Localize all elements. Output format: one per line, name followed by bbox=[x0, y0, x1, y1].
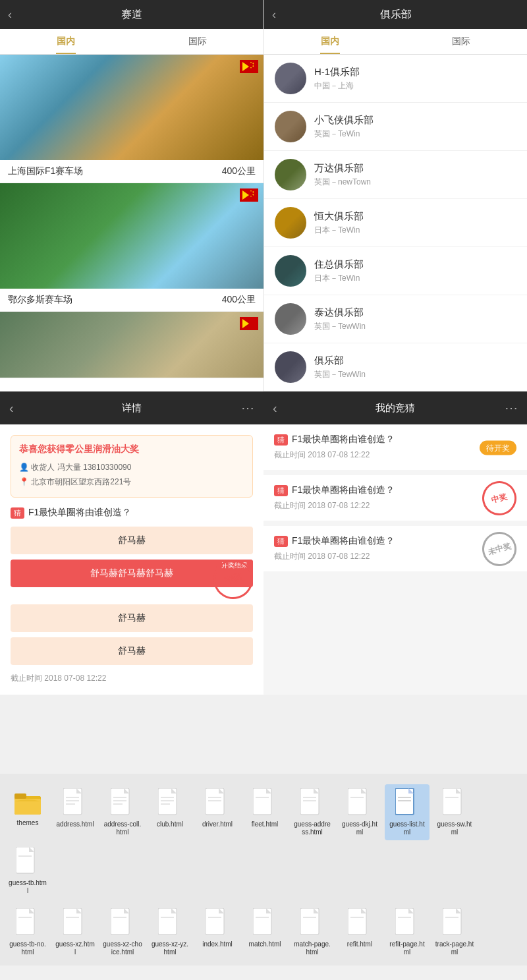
file-label-match-page: match-page.html bbox=[292, 940, 332, 956]
guess-back-button[interactable]: ‹ bbox=[273, 401, 277, 416]
guess-item-2[interactable]: 猜 F1最快单圈将由谁创造？ 截止时间 2018 07-08 12:22 未中奖 bbox=[264, 526, 527, 571]
detail-back-button[interactable]: ‹ bbox=[9, 401, 14, 416]
file-label-guess-tb: guess-tb.html bbox=[8, 879, 47, 895]
doc-icon-guess-dkj bbox=[348, 788, 372, 819]
club-location-0: 中国－上海 bbox=[314, 80, 360, 92]
track-image-3 bbox=[0, 312, 264, 378]
file-guess-address[interactable]: guess-address.html bbox=[290, 784, 335, 840]
guess-nav-title: 我的竞猜 bbox=[264, 402, 527, 415]
track-item-2[interactable]: 鄂尔多斯赛车场 400公里 bbox=[0, 183, 264, 312]
option-button-4[interactable]: 舒马赫 bbox=[11, 637, 253, 665]
file-guess-sw[interactable]: guess-sw.html bbox=[432, 784, 477, 840]
detail-share-button[interactable]: ⋯ bbox=[241, 400, 254, 416]
file-match[interactable]: match.html bbox=[242, 904, 287, 960]
file-guess-xz[interactable]: guess-xz.html bbox=[53, 904, 97, 960]
track-item-1[interactable]: 上海国际F1赛车场 400公里 bbox=[0, 55, 264, 183]
file-label-refit: refit.html bbox=[347, 940, 372, 948]
club-item-0[interactable]: H-1俱乐部 中国－上海 bbox=[264, 55, 527, 103]
guess-item-0[interactable]: 猜 F1最快单圈将由谁创造？ 截止时间 2018 07-08 12:22 待开奖 bbox=[264, 424, 527, 470]
svg-rect-17 bbox=[14, 793, 26, 799]
doc-icon-guess-tb bbox=[16, 847, 40, 877]
file-label-guess-dkj: guess-dkj.html bbox=[340, 821, 379, 836]
file-driver[interactable]: driver.html bbox=[195, 784, 240, 840]
club-details-5: 泰达俱乐部 英国－TewWin bbox=[314, 306, 366, 332]
file-guess-tb-no[interactable]: guess-tb-no.html bbox=[5, 904, 50, 960]
club-name-4: 住总俱乐部 bbox=[314, 258, 364, 271]
doc-icon-address-coll bbox=[111, 788, 134, 819]
file-guess-list[interactable]: guess-list.html bbox=[385, 784, 430, 840]
win-circle-1: 中奖 bbox=[478, 477, 520, 519]
guess-item-1-title: 猜 F1最快单圈将由谁创造？ bbox=[274, 484, 516, 496]
track-item-3[interactable] bbox=[0, 312, 264, 378]
left-tab-international[interactable]: 国际 bbox=[132, 29, 264, 54]
club-avatar-2 bbox=[275, 159, 306, 190]
guess-share-button[interactable]: ⋯ bbox=[505, 400, 518, 416]
file-guess-xz-choice[interactable]: guess-xz-choice.html bbox=[100, 904, 145, 960]
guess-item-1[interactable]: 猜 F1最快单圈将由谁创造？ 截止时间 2018 07-08 12:22 中奖 bbox=[264, 475, 527, 521]
doc-icon-refit bbox=[348, 908, 372, 938]
file-label-guess-sw: guess-sw.html bbox=[435, 821, 474, 836]
club-name-0: H-1俱乐部 bbox=[314, 66, 360, 78]
left-back-button[interactable]: ‹ bbox=[8, 8, 12, 22]
file-label-refit-page: refit-page.html bbox=[387, 940, 427, 956]
guess-title-0: F1最快单圈将由谁创造？ bbox=[292, 434, 395, 446]
right-header-bar: ‹ 俱乐部 bbox=[264, 0, 527, 29]
file-address[interactable]: address.html bbox=[53, 784, 97, 840]
file-fleet[interactable]: fleet.html bbox=[242, 784, 287, 840]
file-club[interactable]: club.html bbox=[148, 784, 192, 840]
file-refit-page[interactable]: refit-page.html bbox=[385, 904, 430, 960]
file-label-address-coll: address-coll.html bbox=[103, 821, 142, 836]
club-item-1[interactable]: 小飞侠俱乐部 英国－TeWin bbox=[264, 103, 527, 151]
guess-status-2: 未中奖 bbox=[482, 532, 516, 566]
option-button-3[interactable]: 舒马赫 bbox=[11, 604, 253, 632]
right-back-button[interactable]: ‹ bbox=[272, 8, 276, 22]
club-location-1: 英国－TeWin bbox=[314, 129, 374, 140]
track-info-2: 鄂尔多斯赛车场 400公里 bbox=[0, 289, 264, 311]
club-avatar-4 bbox=[275, 255, 306, 287]
option-button-1[interactable]: 舒马赫 bbox=[11, 527, 253, 554]
club-location-5: 英国－TewWin bbox=[314, 321, 366, 332]
file-match-page[interactable]: match-page.html bbox=[290, 904, 335, 960]
file-label-fleet: fleet.html bbox=[252, 821, 279, 828]
club-item-4[interactable]: 住总俱乐部 日本－TeWin bbox=[264, 247, 527, 295]
left-tab-domestic[interactable]: 国内 bbox=[0, 29, 132, 54]
file-index[interactable]: index.html bbox=[195, 904, 240, 960]
track-image-1 bbox=[0, 55, 264, 160]
right-tab-domestic[interactable]: 国内 bbox=[264, 29, 396, 54]
right-tab-international[interactable]: 国际 bbox=[396, 29, 528, 54]
file-guess-dkj[interactable]: guess-dkj.html bbox=[337, 784, 382, 840]
doc-icon-guess-sw bbox=[443, 788, 466, 819]
file-track-page[interactable]: track-page.html bbox=[432, 904, 477, 960]
club-location-6: 英国－TewWin bbox=[314, 369, 366, 380]
doc-icon-index bbox=[206, 908, 229, 938]
guess-title-2: F1最快单圈将由谁创造？ bbox=[292, 535, 395, 547]
club-item-6[interactable]: 俱乐部 英国－TewWin bbox=[264, 343, 527, 391]
prize-banner: 恭喜您获得零公里润滑油大奖 👤 收货人 冯大量 13810330090 📍 北京… bbox=[11, 435, 253, 498]
club-name-3: 恒大俱乐部 bbox=[314, 210, 364, 223]
club-details-3: 恒大俱乐部 日本－TeWin bbox=[314, 210, 364, 236]
guess-badge-1: 猜 bbox=[274, 485, 288, 496]
pending-badge-0: 待开奖 bbox=[480, 440, 516, 455]
file-label-index: index.html bbox=[202, 940, 233, 948]
file-label-guess-address: guess-address.html bbox=[292, 821, 332, 836]
club-details-6: 俱乐部 英国－TewWin bbox=[314, 355, 366, 380]
guess-deadline-2: 截止时间 2018 07-08 12:22 bbox=[274, 551, 516, 562]
file-address-coll[interactable]: address-coll.html bbox=[100, 784, 145, 840]
file-label-themes: themes bbox=[17, 819, 39, 827]
track-distance-2: 400公里 bbox=[222, 294, 256, 306]
file-guess-tb[interactable]: guess-tb.html bbox=[5, 843, 50, 899]
club-item-2[interactable]: 万达俱乐部 英国－newTown bbox=[264, 151, 527, 199]
doc-icon-fleet bbox=[253, 788, 277, 819]
prize-info: 👤 收货人 冯大量 13810330090 📍 北京市朝阳区望京西路221号 bbox=[19, 461, 244, 489]
doc-icon-guess-list bbox=[395, 788, 419, 819]
file-grid-row1: themes address.html address-coll.html bbox=[5, 784, 522, 899]
file-guess-xz-yz[interactable]: guess-xz-yz.html bbox=[148, 904, 192, 960]
club-details-4: 住总俱乐部 日本－TeWin bbox=[314, 258, 364, 284]
club-item-5[interactable]: 泰达俱乐部 英国－TewWin bbox=[264, 295, 527, 343]
file-label-track-page: track-page.html bbox=[435, 940, 474, 956]
doc-icon-club bbox=[158, 788, 182, 819]
file-themes[interactable]: themes bbox=[5, 784, 50, 840]
left-bottom-nav: ‹ 详情 ⋯ bbox=[0, 391, 264, 424]
file-refit[interactable]: refit.html bbox=[337, 904, 382, 960]
club-item-3[interactable]: 恒大俱乐部 日本－TeWin bbox=[264, 199, 527, 247]
